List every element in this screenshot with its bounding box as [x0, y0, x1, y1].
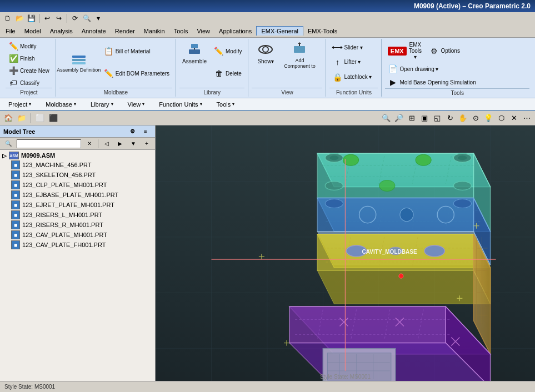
tree-root[interactable]: ▷ ASM M0909.ASM: [0, 151, 155, 160]
redo-button[interactable]: ↪: [53, 13, 64, 23]
emx-tools-button[interactable]: EMX EMX Tools ▾: [385, 40, 424, 62]
menu-model[interactable]: Model: [20, 27, 46, 36]
tree-item-5[interactable]: ◼ 123_RISERS_L_MH001.PRT: [0, 210, 155, 220]
tree-nav-next[interactable]: ▶: [114, 138, 126, 149]
slider-button[interactable]: ⟷ Slider ▾: [329, 41, 374, 53]
view-wire[interactable]: ⬡: [495, 113, 507, 124]
tree-settings-btn[interactable]: ⚙: [126, 126, 138, 137]
menu-applications[interactable]: Applications: [214, 27, 256, 36]
menu-render[interactable]: Render: [111, 27, 139, 36]
modify2-button[interactable]: ✏️ Modify: [211, 45, 244, 57]
tb-home[interactable]: 🏠: [2, 113, 14, 124]
open-drawing-button[interactable]: 📄 Open drawing ▾: [385, 63, 441, 75]
tree-item-7[interactable]: ◼ 123_CAV_PLATE_MH001.PRT: [0, 230, 155, 240]
tree-search-input[interactable]: [17, 139, 81, 148]
tree-item-2[interactable]: ◼ 123_CLP_PLATE_MH001.PRT: [0, 180, 155, 190]
delete-button[interactable]: 🗑 Delete: [211, 67, 244, 79]
show-hide-button[interactable]: Show▾: [252, 40, 279, 66]
tree-filter[interactable]: ▼: [127, 138, 139, 149]
menu-tools[interactable]: Tools: [169, 27, 193, 36]
view-group-btn[interactable]: View ▾: [121, 99, 152, 109]
moldbase-label: Moldbase: [59, 88, 172, 96]
finish-button[interactable]: ✅ Finish: [6, 52, 52, 64]
modify-button[interactable]: ✏️ Modify: [6, 40, 52, 52]
latchlock-button[interactable]: 🔒 Latchlock ▾: [329, 71, 374, 83]
save-button[interactable]: 💾: [26, 13, 37, 23]
view-spin[interactable]: ⊙: [469, 113, 482, 124]
open-button[interactable]: 📂: [14, 13, 25, 23]
library-label: Library: [179, 88, 244, 96]
tree-item-0[interactable]: ◼ 123_MACHINE_456.PRT: [0, 160, 155, 170]
tb-view1[interactable]: ⬜: [34, 113, 46, 124]
classify-icon: 🏷: [8, 78, 18, 88]
zoom-in-btn[interactable]: 🔍: [380, 113, 392, 124]
new-button[interactable]: 🗋: [2, 13, 13, 23]
main-area: Model Tree ⚙ ≡ 🔍 ✕ ◁ ▶ ▼ + ▷ ASM M0909.A…: [0, 125, 535, 392]
menu-emx-general[interactable]: EMX-General: [256, 26, 303, 36]
zoom-fit-btn[interactable]: ⊞: [406, 113, 418, 124]
tree-item-label-0: 123_MACHINE_456.PRT: [22, 162, 92, 168]
menu-view[interactable]: View: [192, 27, 214, 36]
tree-close-search[interactable]: ✕: [83, 138, 96, 149]
tree-item-8[interactable]: ◼ 123_CAV_PLATE_FH001.PRT: [0, 240, 155, 250]
library-arrow: ▾: [111, 102, 113, 107]
view-cross[interactable]: ✕: [508, 113, 520, 124]
title-bar: M0909 (Active) – Creo Parametric 2.0: [0, 0, 535, 12]
menu-annotate[interactable]: Annotate: [77, 27, 111, 36]
moldbase-group-btn[interactable]: Moldbase ▾: [38, 99, 83, 109]
menu-file[interactable]: File: [1, 27, 20, 36]
assembly-def-icon: [71, 51, 87, 67]
options-button[interactable]: ⚙ Options: [426, 45, 462, 57]
menu-bar: File Model Analysis Annotate Render Mani…: [0, 24, 535, 38]
view-pan[interactable]: ✋: [457, 113, 469, 124]
assembly-def-button[interactable]: Assembly Definition: [59, 49, 98, 75]
tb-view2[interactable]: ⬛: [47, 113, 59, 124]
bill-of-material-button[interactable]: 📋 Bill of Material: [101, 45, 172, 57]
status-bar: Style State: MS0001: [0, 381, 535, 392]
view-front[interactable]: ▣: [418, 113, 431, 124]
tree-item-label-6: 123_RISERS_R_MH001.PRT: [22, 222, 103, 228]
view-rotate[interactable]: ↻: [444, 113, 456, 124]
tree-item-4[interactable]: ◼ 123_EJRET_PLATE_MH001.PRT: [0, 200, 155, 210]
view-iso[interactable]: ◱: [431, 113, 443, 124]
library-col2: ✏️ Modify 🗑 Delete: [210, 40, 244, 84]
zoom-out-btn[interactable]: 🔎: [393, 113, 405, 124]
classify-button[interactable]: 🏷 Classify: [6, 77, 52, 89]
menu-manikin[interactable]: Manikin: [139, 27, 169, 36]
options-icon: ⚙: [429, 46, 439, 56]
menu-emx-tools[interactable]: EMX-Tools: [303, 27, 342, 36]
tree-nav-prev[interactable]: ◁: [101, 138, 113, 149]
viewport[interactable]: CAVITY_MOLDBASE: [156, 125, 535, 392]
moldbase-col1: Assembly Definition: [59, 40, 98, 84]
project-group-btn[interactable]: Project ▾: [1, 99, 38, 109]
assemble-button[interactable]: Assemble: [179, 40, 209, 66]
create-new-button[interactable]: ➕ Create New: [6, 64, 52, 77]
edit-bom-button[interactable]: ✏️ Edit BOM Parameters: [101, 67, 172, 79]
svg-point-52: [400, 208, 413, 222]
menu-analysis[interactable]: Analysis: [46, 27, 77, 36]
item-icon-1: ◼: [11, 170, 20, 179]
tree-item-3[interactable]: ◼ 123_EJBASE_PLATE_MH001.PRT: [0, 190, 155, 200]
lifter-button[interactable]: ↑ Lifter ▾: [329, 56, 374, 68]
show-hide-icon: [258, 42, 273, 57]
undo-button[interactable]: ↩: [42, 13, 53, 23]
tree-add[interactable]: +: [141, 138, 153, 149]
project-arrow: ▾: [29, 102, 31, 107]
fu-group-btn[interactable]: Function Units ▾: [152, 99, 209, 109]
slider-icon: ⟷: [332, 42, 342, 52]
tb-folder[interactable]: 📁: [16, 113, 28, 124]
library-group-btn[interactable]: Library ▾: [83, 99, 121, 109]
tree-more-btn[interactable]: ≡: [139, 126, 152, 137]
tools-group-btn[interactable]: Tools ▾: [209, 99, 242, 109]
view-more[interactable]: ⋯: [521, 113, 533, 124]
tree-search-btn[interactable]: 🔍: [2, 138, 14, 149]
left-panel: Model Tree ⚙ ≡ 🔍 ✕ ◁ ▶ ▼ + ▷ ASM M0909.A…: [0, 125, 156, 392]
mold-base-sim-button[interactable]: ▶ Mold Base Opening Simulation: [385, 76, 478, 88]
more-button[interactable]: ▾: [93, 13, 104, 23]
add-component-button[interactable]: Add Component to: [280, 40, 319, 71]
tree-item-6[interactable]: ◼ 123_RISERS_R_MH001.PRT: [0, 220, 155, 230]
view-shade[interactable]: 💡: [482, 113, 494, 124]
tree-item-1[interactable]: ◼ 123_SKELETON_456.PRT: [0, 170, 155, 180]
regen-button[interactable]: ⟳: [69, 13, 81, 23]
zoom-button[interactable]: 🔍: [81, 13, 92, 23]
